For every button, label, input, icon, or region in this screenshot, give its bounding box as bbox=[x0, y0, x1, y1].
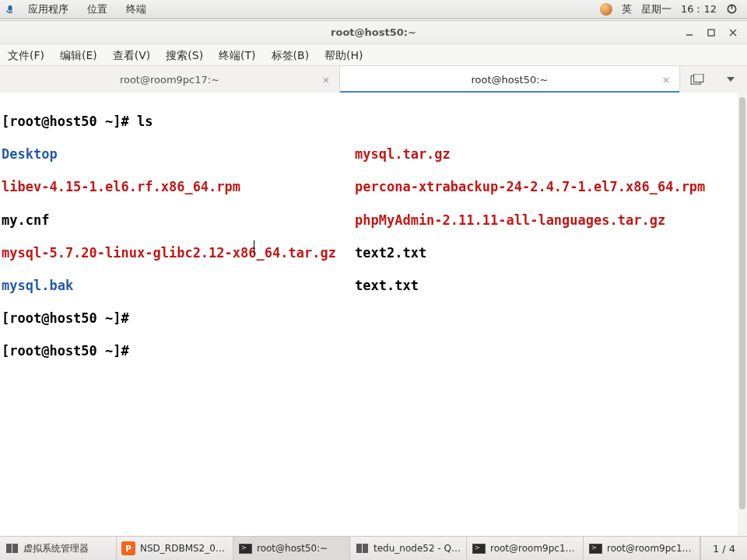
monitors-icon bbox=[355, 541, 369, 555]
tab-host50[interactable]: root@host50:~ × bbox=[340, 66, 680, 93]
window-title: root@host50:~ bbox=[331, 26, 416, 38]
close-button[interactable] bbox=[722, 21, 744, 44]
task-label: tedu_node52 - Q… bbox=[374, 543, 461, 554]
dir-desktop: Desktop bbox=[2, 146, 355, 163]
file-phpmyadmin: phpMyAdmin-2.11.11-all-languages.tar.gz bbox=[355, 212, 745, 229]
tab-close-icon[interactable]: × bbox=[321, 74, 331, 85]
svg-rect-6 bbox=[708, 30, 714, 36]
task-label: NSD_RDBMS2_0… bbox=[140, 543, 225, 554]
maximize-button[interactable] bbox=[700, 21, 722, 44]
svg-rect-10 bbox=[693, 74, 703, 82]
tab-label: root@host50:~ bbox=[472, 74, 549, 86]
window-buttons bbox=[679, 21, 744, 44]
top-panel: 应用程序 位置 终端 英 星期一 16：12 bbox=[0, 0, 747, 19]
task-label: root@room9pc1… bbox=[607, 543, 692, 554]
task-nsd-doc[interactable]: P NSD_RDBMS2_0… bbox=[117, 537, 233, 560]
foot-icon bbox=[5, 4, 16, 15]
terminal-area[interactable]: [root@host50 ~]# ls Desktopmysql.tar.gz … bbox=[0, 93, 747, 537]
new-tab-button[interactable] bbox=[686, 66, 709, 93]
orange-app-icon: P bbox=[121, 541, 135, 555]
terminal-icon bbox=[238, 541, 252, 555]
menu-file[interactable]: 文件(F) bbox=[0, 44, 52, 66]
menubar: 文件(F) 编辑(E) 查看(V) 搜索(S) 终端(T) 标签(B) 帮助(H… bbox=[0, 44, 747, 66]
menu-view[interactable]: 查看(V) bbox=[105, 44, 159, 66]
terminal-content: [root@host50 ~]# ls Desktopmysql.tar.gz … bbox=[0, 93, 747, 397]
day-indicator: 星期一 bbox=[637, 2, 676, 16]
power-icon[interactable] bbox=[721, 3, 742, 15]
file-my-cnf: my.cnf bbox=[2, 212, 355, 229]
tabs-row: root@room9pc17:~ × root@host50:~ × bbox=[0, 66, 747, 93]
task-label: root@room9pc1… bbox=[490, 543, 575, 554]
ime-indicator[interactable]: 英 bbox=[617, 2, 637, 16]
user-indicator[interactable] bbox=[595, 3, 617, 16]
terminal-icon bbox=[588, 541, 602, 555]
terminal-menu[interactable]: 终端 bbox=[117, 2, 156, 16]
user-orb-icon bbox=[600, 3, 612, 16]
task-tedu-node52[interactable]: tedu_node52 - Q… bbox=[350, 537, 467, 560]
task-terminal-host50[interactable]: root@host50:~ bbox=[233, 537, 350, 560]
applications-menu[interactable]: 应用程序 bbox=[19, 2, 78, 16]
task-label: 虚拟系统管理器 bbox=[23, 542, 89, 555]
task-terminal-room9pc1-b[interactable]: root@room9pc1… bbox=[584, 537, 700, 560]
file-mysql-tar-gz: mysql.tar.gz bbox=[355, 146, 745, 163]
file-percona-rpm: percona-xtrabackup-24-2.4.7-1.el7.x86_64… bbox=[355, 179, 745, 195]
monitors-icon bbox=[5, 541, 19, 555]
titlebar[interactable]: root@host50:~ bbox=[0, 21, 747, 44]
menu-terminal[interactable]: 终端(T) bbox=[211, 44, 263, 66]
prompt-line: [root@host50 ~]# bbox=[2, 310, 137, 327]
terminal-window: root@host50:~ 文件(F) 编辑(E) 查看(V) 搜索(S) 终端… bbox=[0, 20, 747, 536]
terminal-icon bbox=[472, 541, 486, 555]
file-libev-rpm: libev-4.15-1.el6.rf.x86_64.rpm bbox=[2, 179, 355, 195]
menu-edit[interactable]: 编辑(E) bbox=[52, 44, 105, 66]
task-label: root@host50:~ bbox=[257, 543, 328, 554]
svg-point-2 bbox=[11, 11, 12, 12]
tabs-extra bbox=[680, 66, 747, 93]
scrollbar-thumb[interactable] bbox=[739, 97, 745, 509]
terminal-scrollbar[interactable] bbox=[738, 93, 747, 537]
tab-room9pc17[interactable]: root@room9pc17:~ × bbox=[0, 66, 340, 93]
file-mysql-5-7-tar-gz: mysql-5.7.20-linux-glibc2.12-x86_64.tar.… bbox=[2, 245, 355, 261]
prompt-line: [root@host50 ~]# bbox=[2, 343, 137, 359]
places-menu[interactable]: 位置 bbox=[78, 2, 117, 16]
tabs-overflow-button[interactable] bbox=[719, 66, 742, 93]
text-cursor bbox=[254, 240, 254, 254]
minimize-button[interactable] bbox=[679, 21, 700, 44]
tab-label: root@room9pc17:~ bbox=[120, 74, 219, 86]
time-indicator: 16：12 bbox=[676, 2, 721, 16]
menu-tabs[interactable]: 标签(B) bbox=[264, 44, 317, 66]
menu-search[interactable]: 搜索(S) bbox=[158, 44, 211, 66]
menu-help[interactable]: 帮助(H) bbox=[317, 44, 370, 66]
taskbar: 虚拟系统管理器 P NSD_RDBMS2_0… root@host50:~ te… bbox=[0, 536, 747, 560]
svg-point-1 bbox=[9, 11, 10, 12]
file-text: text.txt bbox=[355, 278, 745, 294]
workspace-indicator[interactable]: 1 / 4 bbox=[700, 537, 747, 560]
dir-mysql-bak: mysql.bak bbox=[2, 278, 355, 294]
svg-point-0 bbox=[6, 10, 8, 12]
task-terminal-room9pc1-a[interactable]: root@room9pc1… bbox=[467, 537, 584, 560]
tab-close-icon[interactable]: × bbox=[661, 74, 672, 85]
file-text2: text2.txt bbox=[355, 245, 745, 261]
task-virt-manager[interactable]: 虚拟系统管理器 bbox=[0, 537, 117, 560]
